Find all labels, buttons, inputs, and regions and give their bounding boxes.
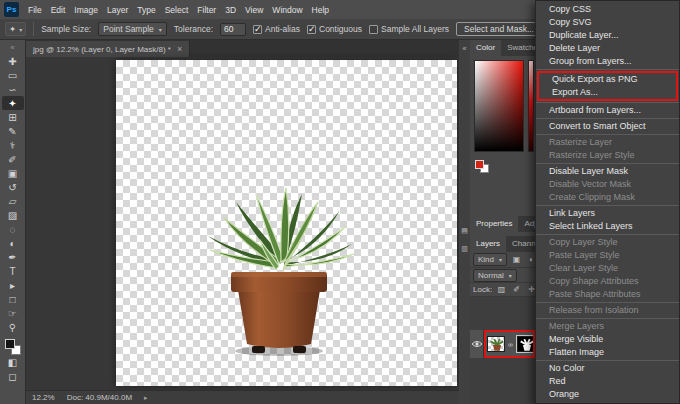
menu-item-copy-shape-attributes[interactable]: Copy Shape Attributes bbox=[536, 275, 679, 288]
foreground-color-swatch[interactable] bbox=[5, 339, 15, 349]
select-and-mask-button[interactable]: Select and Mask... bbox=[456, 22, 542, 36]
menu-file[interactable]: File bbox=[28, 5, 42, 15]
menu-item-copy-layer-style[interactable]: Copy Layer Style bbox=[536, 236, 679, 249]
gradient-tool[interactable]: ▨ bbox=[2, 208, 24, 222]
menu-item-copy-css[interactable]: Copy CSS bbox=[536, 3, 679, 16]
screen-mode-button[interactable]: ◻ bbox=[2, 369, 24, 383]
menu-select[interactable]: Select bbox=[165, 5, 189, 15]
lasso-tool[interactable]: ∽ bbox=[2, 82, 24, 96]
tool-preset-dropdown[interactable]: ✦ ▾ bbox=[5, 22, 26, 36]
menu-item-release-from-isolation[interactable]: Release from Isolation bbox=[536, 304, 679, 317]
menu-layer[interactable]: Layer bbox=[107, 5, 128, 15]
menu-view[interactable]: View bbox=[245, 5, 263, 15]
menu-item-group-from-layers[interactable]: Group from Layers... bbox=[536, 55, 679, 68]
menu-item-rasterize-layer-style[interactable]: Rasterize Layer Style bbox=[536, 149, 679, 162]
menu-item-export-as[interactable]: Export As... bbox=[539, 86, 676, 99]
blend-mode-select[interactable]: Normal ▾ bbox=[473, 269, 517, 282]
sample-size-value: Point Sample bbox=[103, 24, 154, 34]
close-icon[interactable]: × bbox=[177, 44, 182, 54]
anti-alias-checkbox[interactable]: Anti-alias bbox=[253, 24, 300, 34]
lock-pixels-icon[interactable]: ✐ bbox=[511, 285, 522, 294]
blur-tool[interactable]: ◌ bbox=[2, 222, 24, 236]
rectangle-tool[interactable]: □ bbox=[2, 292, 24, 306]
quick-mask-button[interactable]: ◧ bbox=[2, 355, 24, 369]
menu-item-create-clipping-mask[interactable]: Create Clipping Mask bbox=[536, 191, 679, 204]
menu-item-rasterize-layer[interactable]: Rasterize Layer bbox=[536, 136, 679, 149]
menu-item-link-layers[interactable]: Link Layers bbox=[536, 207, 679, 220]
filter-kind-select[interactable]: Kind ▾ bbox=[473, 253, 507, 266]
menu-filter[interactable]: Filter bbox=[197, 5, 216, 15]
hue-slider[interactable] bbox=[528, 60, 534, 152]
menu-item-duplicate-layer[interactable]: Duplicate Layer... bbox=[536, 29, 679, 42]
toolbar-collapse-icon[interactable]: « bbox=[11, 42, 15, 54]
menu-item-paste-shape-attributes[interactable]: Paste Shape Attributes bbox=[536, 288, 679, 301]
pen-tool[interactable]: ✒ bbox=[2, 250, 24, 264]
tolerance-input[interactable] bbox=[220, 23, 246, 36]
sample-size-select[interactable]: Point Sample ▾ bbox=[98, 22, 167, 36]
menu-item-disable-layer-mask[interactable]: Disable Layer Mask bbox=[536, 165, 679, 178]
menu-item-disable-vector-mask[interactable]: Disable Vector Mask bbox=[536, 178, 679, 191]
layer-mask-thumbnail[interactable] bbox=[517, 336, 535, 352]
menu-item-merge-visible[interactable]: Merge Visible bbox=[536, 333, 679, 346]
menu-window[interactable]: Window bbox=[272, 5, 302, 15]
menu-item-delete-layer[interactable]: Delete Layer bbox=[536, 42, 679, 55]
menu-edit[interactable]: Edit bbox=[51, 5, 66, 15]
menu-item-artboard-from-layers[interactable]: Artboard from Layers... bbox=[536, 104, 679, 117]
sample-all-layers-checkbox[interactable]: Sample All Layers bbox=[369, 24, 449, 34]
dock-panel-icon[interactable]: ▤ bbox=[461, 226, 468, 236]
menu-item-red[interactable]: Red bbox=[536, 375, 679, 388]
hand-tool[interactable]: ☞ bbox=[2, 306, 24, 320]
path-selection-tool[interactable]: ▸ bbox=[2, 278, 24, 292]
eraser-tool[interactable]: ▱ bbox=[2, 194, 24, 208]
menu-item-select-linked-layers[interactable]: Select Linked Layers bbox=[536, 220, 679, 233]
collapse-panels-icon[interactable]: « bbox=[463, 44, 467, 54]
fg-bg-mini-swatches[interactable] bbox=[475, 160, 491, 174]
clone-stamp-tool[interactable]: ▣ bbox=[2, 166, 24, 180]
filter-pixel-icon[interactable]: ▣ bbox=[511, 255, 522, 264]
filter-kind-value: Kind bbox=[478, 255, 494, 264]
menu-item-orange[interactable]: Orange bbox=[536, 388, 679, 401]
menu-item-clear-layer-style[interactable]: Clear Layer Style bbox=[536, 262, 679, 275]
tab-color[interactable]: Color bbox=[470, 40, 501, 56]
healing-brush-tool[interactable]: ⚕ bbox=[2, 138, 24, 152]
menu-item-quick-export-png[interactable]: Quick Export as PNG bbox=[539, 73, 676, 86]
menu-item-convert-smart-object[interactable]: Convert to Smart Object bbox=[536, 120, 679, 133]
tab-properties[interactable]: Properties bbox=[470, 216, 518, 232]
menu-separator bbox=[536, 134, 679, 135]
color-gradient-picker[interactable] bbox=[474, 60, 524, 152]
menu-help[interactable]: Help bbox=[312, 5, 329, 15]
zoom-level[interactable]: 12.2% bbox=[32, 393, 55, 402]
brush-tool[interactable]: ✐ bbox=[2, 152, 24, 166]
photoshop-logo-icon[interactable]: Ps bbox=[4, 2, 19, 17]
foreground-color-swatch[interactable] bbox=[475, 160, 484, 169]
menu-image[interactable]: Image bbox=[74, 5, 98, 15]
blend-mode-value: Normal bbox=[478, 271, 504, 280]
contiguous-checkbox[interactable]: Contiguous bbox=[307, 24, 362, 34]
zoom-tool[interactable]: ⚲ bbox=[2, 320, 24, 334]
document-tab[interactable]: jpg @ 12.2% (Layer 0, Layer Mask/8) * × bbox=[26, 41, 190, 57]
layer-thumbnail[interactable] bbox=[487, 336, 505, 352]
menu-item-paste-layer-style[interactable]: Paste Layer Style bbox=[536, 249, 679, 262]
menu-3d[interactable]: 3D bbox=[225, 5, 236, 15]
canvas[interactable] bbox=[116, 60, 457, 386]
menu-separator bbox=[536, 118, 679, 119]
type-tool[interactable]: T bbox=[2, 264, 24, 278]
menu-type[interactable]: Type bbox=[137, 5, 155, 15]
menu-item-copy-svg[interactable]: Copy SVG bbox=[536, 16, 679, 29]
foreground-background-swatches[interactable] bbox=[5, 339, 21, 355]
crop-tool[interactable]: ⊞ bbox=[2, 110, 24, 124]
history-brush-tool[interactable]: ↺ bbox=[2, 180, 24, 194]
dodge-tool[interactable]: ◐ bbox=[2, 236, 24, 250]
status-menu-arrow-icon[interactable]: ▸ bbox=[144, 394, 148, 402]
dock-panel-icon[interactable]: ▥ bbox=[461, 244, 468, 254]
move-tool[interactable]: ✚ bbox=[2, 54, 24, 68]
menu-item-flatten-image[interactable]: Flatten Image bbox=[536, 346, 679, 359]
lock-transparency-icon[interactable]: ▨ bbox=[496, 285, 507, 294]
menu-item-no-color[interactable]: No Color bbox=[536, 362, 679, 375]
layer-visibility-toggle[interactable] bbox=[470, 330, 484, 358]
eyedropper-tool[interactable]: ✎ bbox=[2, 124, 24, 138]
menu-item-merge-layers[interactable]: Merge Layers bbox=[536, 320, 679, 333]
tab-layers[interactable]: Layers bbox=[470, 236, 506, 252]
marquee-tool[interactable]: ▭ bbox=[2, 68, 24, 82]
magic-wand-tool[interactable]: ✦ bbox=[2, 96, 24, 110]
